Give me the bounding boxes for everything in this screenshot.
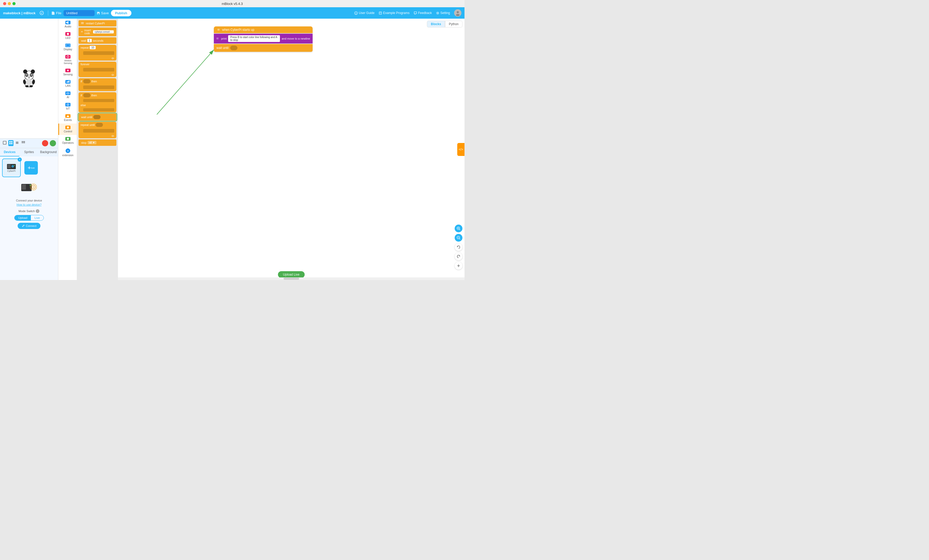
- category-lan[interactable]: LAN: [58, 78, 77, 89]
- mode-info-icon[interactable]: i: [36, 209, 39, 213]
- upload-mode-btn[interactable]: Upload: [14, 215, 31, 220]
- grid-view-btn[interactable]: [8, 140, 14, 146]
- block-restart[interactable]: restart CyberPi: [78, 20, 117, 26]
- forever-inner: [83, 68, 114, 72]
- connect-area: Connect your device How to use device?: [2, 177, 56, 208]
- add-label: Add: [31, 167, 34, 169]
- logo: makeblock | mBlock: [3, 11, 35, 15]
- print-block[interactable]: print Press B to start color line follow…: [214, 34, 313, 43]
- category-sensing[interactable]: Sensing: [58, 67, 77, 78]
- run-button[interactable]: [50, 140, 56, 146]
- svg-point-65: [67, 92, 69, 94]
- user-avatar[interactable]: [454, 9, 461, 17]
- canvas-area: Blocks Python when CyberPi starts up pri…: [118, 18, 464, 280]
- category-operators[interactable]: Operators: [58, 135, 77, 146]
- small-grid-btn[interactable]: [21, 140, 26, 146]
- category-list: Audio LED Display Motion Sensing: [58, 18, 77, 280]
- bottom-scrollbar[interactable]: [118, 277, 464, 280]
- blocks-palette: Audio LED Display Motion Sensing: [58, 18, 118, 280]
- block-if-else[interactable]: if then else: [78, 92, 117, 112]
- category-control[interactable]: Control: [58, 124, 77, 135]
- list-view-btn[interactable]: [14, 140, 20, 146]
- category-iot[interactable]: IoT: [58, 101, 77, 112]
- feedback-link[interactable]: Feedback: [414, 11, 432, 15]
- category-audio[interactable]: Audio: [58, 18, 77, 30]
- project-name-input[interactable]: [63, 10, 95, 16]
- category-extension[interactable]: + extension: [58, 146, 77, 159]
- fit-btn[interactable]: [455, 262, 462, 270]
- svg-rect-1: [98, 13, 99, 14]
- insert-code-value: cyberpi.console.print("hello w...: [93, 30, 114, 34]
- redo-btn[interactable]: [455, 252, 462, 260]
- zoom-in-btn[interactable]: [455, 225, 462, 233]
- connect-device-btn[interactable]: Connect: [18, 223, 41, 229]
- canvas-arrow: [118, 18, 464, 280]
- scrollbar-thumb[interactable]: [284, 278, 299, 280]
- svg-rect-40: [24, 141, 25, 142]
- home-icon[interactable]: [38, 10, 45, 16]
- block-forever[interactable]: forever: [78, 62, 117, 77]
- undo-btn[interactable]: [455, 243, 462, 251]
- block-wait-until[interactable]: wait until: [78, 113, 117, 121]
- device-illustration: [20, 181, 38, 197]
- canvas-tab-blocks[interactable]: Blocks: [427, 21, 445, 28]
- menu-bar: makeblock | mBlock File Save Publish ? U…: [0, 7, 464, 18]
- svg-rect-42: [23, 142, 24, 143]
- category-led[interactable]: LED: [58, 30, 77, 41]
- led-icon: [65, 32, 71, 36]
- tab-background[interactable]: Background: [38, 148, 58, 156]
- upload-live-btn[interactable]: Upload Live: [278, 271, 305, 278]
- code-toggle-btn[interactable]: </>: [457, 143, 464, 156]
- if-condition-slot: [83, 79, 90, 83]
- svg-rect-62: [67, 82, 67, 83]
- block-repeat-until[interactable]: repeat until: [78, 122, 117, 138]
- event-hat-block[interactable]: when CyberPi starts up: [214, 26, 313, 33]
- category-operators-label: Operators: [62, 141, 74, 144]
- block-repeat[interactable]: repeat 10: [78, 45, 117, 61]
- svg-point-24: [28, 77, 29, 78]
- example-programs-link[interactable]: Example Programs: [379, 11, 409, 15]
- block-stop[interactable]: stop all ▼: [78, 139, 117, 146]
- category-extension-label: extension: [63, 154, 74, 157]
- live-mode-btn[interactable]: Live: [31, 215, 43, 220]
- expand-view-btn[interactable]: [2, 140, 7, 146]
- category-ai[interactable]: AI: [58, 89, 77, 101]
- category-motion[interactable]: Motion Sensing: [58, 53, 77, 67]
- save-button[interactable]: Save: [97, 11, 109, 15]
- block-if-then[interactable]: if then: [78, 78, 117, 91]
- add-device-btn[interactable]: + Add: [25, 161, 38, 174]
- tab-devices[interactable]: Devices: [0, 148, 20, 156]
- svg-point-14: [23, 69, 27, 73]
- tab-sprites[interactable]: Sprites: [20, 148, 39, 156]
- close-button[interactable]: [3, 2, 6, 5]
- minimize-button[interactable]: [8, 2, 11, 5]
- svg-rect-55: [66, 22, 67, 23]
- connect-link[interactable]: How to use device?: [4, 203, 54, 206]
- category-events[interactable]: Events: [58, 112, 77, 124]
- setting-link[interactable]: Setting: [436, 11, 450, 15]
- wait-until-slot: [94, 115, 101, 119]
- device-remove-btn[interactable]: ×: [18, 158, 22, 162]
- publish-button[interactable]: Publish: [111, 10, 132, 16]
- svg-rect-41: [22, 142, 23, 143]
- file-menu[interactable]: File: [51, 11, 61, 15]
- canvas-tab-python[interactable]: Python: [445, 21, 462, 28]
- zoom-out-btn[interactable]: [455, 234, 462, 242]
- canvas-wait-until-block[interactable]: wait until: [214, 44, 313, 52]
- svg-point-61: [67, 70, 69, 71]
- block-wait[interactable]: wait 1 seconds: [78, 37, 117, 44]
- category-audio-label: Audio: [64, 25, 71, 28]
- svg-point-25: [26, 79, 32, 85]
- panel-tabs: Devices Sprites Background: [0, 148, 58, 156]
- stop-button[interactable]: [42, 140, 48, 146]
- stop-dropdown[interactable]: all ▼: [87, 141, 97, 144]
- category-display[interactable]: Display: [58, 41, 77, 53]
- undo-icon: [457, 245, 460, 249]
- maximize-button[interactable]: [12, 2, 15, 5]
- block-insert-code[interactable]: insert code cyberpi.console.print("hello…: [78, 28, 117, 36]
- traffic-lights: [3, 2, 15, 5]
- toolbar-row: [0, 138, 58, 148]
- cyberpi-device-card[interactable]: × CyberPi: [2, 159, 21, 177]
- svg-line-85: [459, 239, 460, 239]
- user-guide-link[interactable]: ? User Guide: [354, 11, 374, 15]
